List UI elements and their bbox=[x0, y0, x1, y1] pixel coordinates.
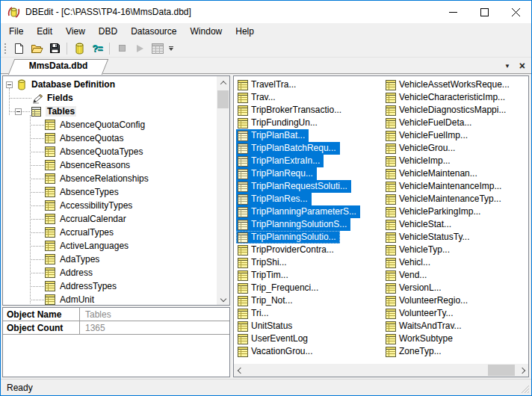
list-item-tripplanres[interactable]: TripPlanRes... bbox=[236, 193, 312, 205]
scroll-up-button[interactable] bbox=[217, 76, 229, 89]
toolbar-overflow-button[interactable] bbox=[167, 40, 176, 57]
resize-grip[interactable] bbox=[520, 384, 530, 396]
collapse-icon[interactable] bbox=[15, 108, 22, 115]
tree-item-accessibilitytypes[interactable]: AccessibilityTypes bbox=[3, 199, 217, 212]
list-item-vehiclemaintenan[interactable]: VehicleMaintenan... bbox=[384, 167, 481, 180]
list-item-volunteerregio[interactable]: VolunteerRegio... bbox=[384, 294, 471, 307]
list-item-vacationgrou[interactable]: VacationGrou... bbox=[236, 345, 317, 358]
tab-close-icon[interactable]: × bbox=[519, 61, 525, 71]
table-view-button[interactable] bbox=[149, 40, 167, 57]
scrollbar-thumb[interactable] bbox=[488, 365, 515, 376]
save-button[interactable] bbox=[46, 40, 64, 57]
title-bar[interactable]: DBEdit - [C:\PASS\TP4-16\MmsData.dbd] bbox=[1, 1, 531, 23]
list-item-trip-frequenci[interactable]: Trip_Frequenci... bbox=[236, 282, 322, 294]
list-item-versionl[interactable]: VersionL... bbox=[384, 282, 445, 294]
tree-item-absencequotatypes[interactable]: AbsenceQuotaTypes bbox=[3, 145, 217, 158]
list-item-volunteerty[interactable]: VolunteerTy... bbox=[384, 307, 457, 320]
menu-edit[interactable]: Edit bbox=[30, 23, 59, 40]
list-item-vehicletyp[interactable]: VehicleTyp... bbox=[384, 244, 454, 256]
list-item-tri[interactable]: Tri... bbox=[236, 307, 273, 320]
tree-vertical-scrollbar[interactable] bbox=[217, 76, 229, 305]
list-item-usereventlog[interactable]: UserEventLog bbox=[236, 332, 312, 345]
new-document-button[interactable] bbox=[10, 40, 28, 57]
tree-item-database-definition[interactable]: Database Definition bbox=[3, 78, 217, 91]
list-item-vehiclefueldeta[interactable]: VehicleFuelDeta... bbox=[384, 117, 475, 129]
list-item-vehiclestatusty[interactable]: VehicleStatusTy... bbox=[384, 231, 474, 244]
scrollbar-thumb[interactable] bbox=[217, 90, 229, 108]
tree-item-absencequotas[interactable]: AbsenceQuotas bbox=[3, 132, 217, 145]
tree-item-tables[interactable]: Tables bbox=[3, 105, 217, 118]
tree-item-accrualtypes[interactable]: AccrualTypes bbox=[3, 226, 217, 239]
list-item-tripplanextrain[interactable]: TripPlanExtraIn... bbox=[236, 155, 324, 167]
toolbar-grip[interactable] bbox=[4, 43, 7, 55]
tree-item-adatypes[interactable]: AdaTypes bbox=[3, 253, 217, 266]
tree-item-admunit[interactable]: AdmUnit bbox=[3, 293, 217, 306]
run-button[interactable] bbox=[131, 40, 149, 57]
tab-dropdown-icon[interactable]: ▼ bbox=[504, 63, 510, 69]
list-item-tripfundingun[interactable]: TripFundingUn... bbox=[236, 117, 321, 129]
list-item-vehiclediagnosticsmappi[interactable]: VehicleDiagnosticsMappi... bbox=[384, 104, 510, 117]
list-item: VehicleTyp... bbox=[384, 244, 529, 256]
tree-item-activelanguages[interactable]: ActiveLanguages bbox=[3, 239, 217, 253]
list-item-trav[interactable]: Trav... bbox=[236, 91, 279, 104]
table-list-panel: TravelTra... Trav... TripBrokerTransacti… bbox=[233, 75, 529, 377]
list-item-vehiclegrou[interactable]: VehicleGrou... bbox=[384, 142, 459, 155]
list-item-zonetyp[interactable]: ZoneTyp... bbox=[384, 345, 445, 358]
open-file-button[interactable] bbox=[28, 40, 46, 57]
tree-item-address[interactable]: Address bbox=[3, 266, 217, 279]
stop-button[interactable] bbox=[113, 40, 131, 57]
list-item-tripbrokertransactio[interactable]: TripBrokerTransactio... bbox=[236, 104, 345, 117]
list-item-vehiclefuelimp[interactable]: VehicleFuelImp... bbox=[384, 129, 471, 142]
tab-mmsdata[interactable]: MmsData.dbd bbox=[11, 59, 105, 74]
list-item-vehiclecharacteristicimp[interactable]: VehicleCharacteristicImp... bbox=[384, 91, 509, 104]
list-item-tripprovidercontra[interactable]: TripProviderContra... bbox=[236, 244, 338, 256]
list-item-tripplanrequestsoluti[interactable]: TripPlanRequestSoluti... bbox=[236, 180, 351, 193]
list-item-trip-not[interactable]: Trip_Not... bbox=[236, 294, 297, 307]
scroll-down-button[interactable] bbox=[217, 292, 229, 305]
database-button[interactable] bbox=[70, 40, 88, 57]
tree-item-absencereasons[interactable]: AbsenceReasons bbox=[3, 158, 217, 172]
maximize-button[interactable] bbox=[468, 1, 500, 23]
horizontal-scrollbar[interactable] bbox=[234, 364, 528, 377]
minimize-button[interactable] bbox=[437, 1, 468, 23]
list-item-vend[interactable]: Vend... bbox=[384, 269, 430, 282]
tree-item-absencequotaconfig[interactable]: AbsenceQuotaConfig bbox=[3, 118, 217, 132]
list-item-tripplanningsolutions[interactable]: TripPlanningSolutionS... bbox=[236, 218, 350, 231]
list-item-vehiclemaintenanceimp[interactable]: VehicleMaintenanceImp... bbox=[384, 180, 505, 193]
list-item-waitsandtrav[interactable]: WaitsAndTrav... bbox=[384, 320, 466, 332]
tree-item-absencerelationships[interactable]: AbsenceRelationships bbox=[3, 172, 217, 185]
list-item-tripplanbatchrequ[interactable]: TripPlanBatchRequ... bbox=[236, 142, 340, 155]
tree-item-accrualcalendar[interactable]: AccrualCalendar bbox=[3, 212, 217, 226]
list-item-worksubtype[interactable]: WorkSubtype bbox=[384, 332, 457, 345]
scroll-right-button[interactable] bbox=[516, 364, 528, 377]
list-item-vehicleimp[interactable]: VehicleImp... bbox=[384, 155, 454, 167]
collapse-icon[interactable] bbox=[6, 81, 13, 88]
tree-item-addresstypes[interactable]: AddressTypes bbox=[3, 279, 217, 293]
list-item-tripplanbat[interactable]: TripPlanBat... bbox=[236, 129, 309, 142]
menu-datasource[interactable]: Datasource bbox=[124, 23, 183, 40]
tree-item-fields[interactable]: Fields bbox=[3, 91, 217, 105]
help-database-button[interactable]: ?= bbox=[88, 40, 106, 57]
list-item-triptim[interactable]: TripTim... bbox=[236, 269, 292, 282]
scroll-left-button[interactable] bbox=[234, 364, 247, 377]
list-item-vehiclestat[interactable]: VehicleStat... bbox=[384, 218, 455, 231]
menu-help[interactable]: Help bbox=[229, 23, 261, 40]
property-value[interactable]: Tables bbox=[80, 308, 229, 321]
list-item-tripplanningparameters[interactable]: TripPlanningParameterS... bbox=[236, 205, 360, 218]
tree-item-absencetypes[interactable]: AbsenceTypes bbox=[3, 185, 217, 199]
list-item-traveltra[interactable]: TravelTra... bbox=[236, 78, 300, 91]
list-item-vehiclemaintenancetyp[interactable]: VehicleMaintenanceTyp... bbox=[384, 193, 505, 205]
menu-file[interactable]: File bbox=[2, 23, 30, 40]
menu-window[interactable]: Window bbox=[184, 23, 229, 40]
list-item-tripshi[interactable]: TripShi... bbox=[236, 256, 291, 269]
list-item-vehicl[interactable]: Vehicl... bbox=[384, 256, 434, 269]
list-item-vehicleassetworksreque[interactable]: VehicleAssetWorksReque... bbox=[384, 78, 513, 91]
list-item-unitstatus[interactable]: UnitStatus bbox=[236, 320, 296, 332]
menu-dbd[interactable]: DBD bbox=[92, 23, 124, 40]
list-item-tripplanrequ[interactable]: TripPlanRequ... bbox=[236, 167, 317, 180]
close-button[interactable] bbox=[500, 1, 531, 23]
list-item-tripplanningsolutio[interactable]: TripPlanningSolutio... bbox=[236, 231, 340, 244]
list-item-vehicleparkingimp[interactable]: VehicleParkingImp... bbox=[384, 205, 484, 218]
property-value[interactable]: 1365 bbox=[80, 321, 229, 334]
menu-view[interactable]: View bbox=[59, 23, 92, 40]
